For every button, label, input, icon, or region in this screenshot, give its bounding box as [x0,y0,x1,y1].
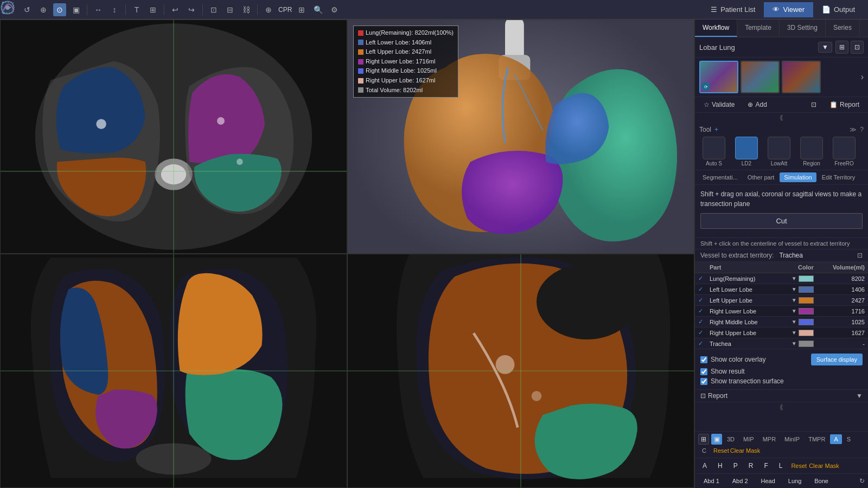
row-check-4[interactable]: ✓ [695,317,706,328]
preset-abd2[interactable]: Abd 2 [727,476,754,486]
window-tool[interactable]: ▣ [69,3,82,16]
sub-tab-simulation[interactable]: Simulation [780,172,816,182]
sub-tab-other-part[interactable]: Other part [743,172,779,182]
view-a-button[interactable]: A [830,434,841,444]
letter-h[interactable]: H [713,460,727,471]
tool-more-icon[interactable]: ≫ [850,126,857,133]
view-minip-button[interactable]: MinIP [781,434,803,444]
tab-workflow[interactable]: Workflow [695,20,737,37]
tool-region[interactable]: Region [797,137,826,166]
row-color-1[interactable]: ▼ [779,284,817,295]
report-button[interactable]: ⊡ Report [700,392,727,400]
grid-icon-active[interactable]: ▣ [711,434,722,445]
clear-mask-button-2[interactable]: Clear Mask [809,463,839,469]
view-search-icon[interactable]: 🔍 [311,3,324,16]
validate-button[interactable]: ☆ Validate [699,99,739,110]
tab-series[interactable]: Series [826,20,860,37]
viewport-coronal[interactable] [0,254,347,488]
pan-tool[interactable]: ⊙ [53,3,66,16]
row-color-4[interactable]: ▼ [779,317,817,328]
view-s-button[interactable]: S [843,434,854,444]
view-3d-button[interactable]: 3D [723,434,738,444]
cut-button[interactable]: Cut [700,213,863,229]
row-check-0[interactable]: ✓ [695,273,706,284]
link-tool[interactable]: ⛓ [240,3,253,16]
annotate-tool[interactable]: ⊞ [146,3,159,16]
show-color-overlay-checkbox[interactable] [700,356,707,363]
row-color-5[interactable]: ▼ [779,328,817,338]
tool-help-icon[interactable]: ? [860,126,864,133]
viewport-axial[interactable] [0,20,347,254]
grid-view-icon[interactable]: ⊞ [835,41,848,54]
output-button[interactable]: 📄 Output [813,2,864,17]
zoom-tool[interactable]: ⊕ [37,3,50,16]
tab-template[interactable]: Template [737,20,780,37]
letter-r[interactable]: R [744,460,758,471]
rotate-preset-icon[interactable]: ↻ [859,477,865,485]
thumbnail-2[interactable] [741,61,780,93]
view-mip-button[interactable]: MIP [739,434,758,444]
letter-a[interactable]: A [698,460,711,471]
screenshot-tool[interactable]: ⊡ [207,3,220,16]
thumbnail-3[interactable] [782,61,821,93]
divider-4 [202,4,203,15]
reset-button[interactable]: Reset [713,447,729,454]
row-check-2[interactable]: ✓ [695,295,706,306]
reset-button-2[interactable]: Reset [791,463,807,469]
undo-button[interactable]: ↩ [169,3,182,16]
vessel-copy-icon[interactable]: ⊡ [857,252,863,259]
add-tool-icon[interactable]: + [714,126,718,133]
row-check-6[interactable]: ✓ [695,338,706,349]
report-dropdown[interactable]: ▼ [856,392,863,400]
sub-tab-edit-territory[interactable]: Edit Territory [818,172,860,182]
letter-f[interactable]: F [760,460,772,471]
view-tmpr-button[interactable]: TMPR [805,434,829,444]
report-action-button[interactable]: 📋 Report [825,99,864,110]
show-transection-checkbox[interactable] [700,378,707,385]
overlay-tool[interactable]: ⊟ [224,3,237,16]
viewer-button[interactable]: 👁 Viewer [764,2,813,17]
sub-tab-segmentation[interactable]: Segmentati... [698,172,742,182]
letter-l[interactable]: L [775,460,787,471]
tool-ld2[interactable]: LD LD2 [732,137,761,166]
settings-icon[interactable]: ⚙ [328,3,341,16]
patient-list-button[interactable]: ☰ Patient List [702,2,764,17]
row-check-1[interactable]: ✓ [695,284,706,295]
preset-abd1[interactable]: Abd 1 [698,476,725,486]
preset-bone[interactable]: Bone [809,476,834,486]
redo-button[interactable]: ↪ [185,3,198,16]
add-button[interactable]: ⊕ Add [743,99,771,110]
tool-lowatt[interactable]: LowAtt [764,137,794,166]
view-mpr-button[interactable]: MPR [759,434,780,444]
copy-button[interactable]: ⊡ [807,99,821,110]
row-color-0[interactable]: ▼ [779,273,817,284]
rotate-tool[interactable]: ↺ [21,3,34,16]
add-cpr-icon[interactable]: ⊞ [295,3,308,16]
show-result-checkbox[interactable] [700,368,707,375]
preset-lung[interactable]: Lung [783,476,807,486]
expand-thumbnails-icon[interactable]: › [861,72,864,82]
viewport-3d[interactable]: Lung(Remaining): 8202ml(100%) Left Lower… [347,20,694,254]
measure-v-tool[interactable]: ↕ [108,3,121,16]
text-tool[interactable]: T [130,3,143,16]
grid-icon-small[interactable]: ⊞ [698,434,709,445]
tool-freero[interactable]: FreeRO [829,137,859,166]
surface-display-button[interactable]: Surface display [811,354,863,365]
preset-dropdown[interactable]: ▼ [818,42,832,53]
row-color-3[interactable]: ▼ [779,306,817,317]
tab-3d-setting[interactable]: 3D Setting [780,20,826,37]
measure-h-tool[interactable]: ↔ [92,3,105,16]
data-table-container[interactable]: Part Color Volume(ml) ✓ Lung(Remaining) … [695,262,868,349]
tool-auto-s[interactable]: AS Auto S [699,137,729,166]
letter-p[interactable]: P [729,460,742,471]
preset-head[interactable]: Head [756,476,781,486]
viewport-sagittal[interactable] [347,254,694,488]
row-color-2[interactable]: ▼ [779,295,817,306]
row-check-3[interactable]: ✓ [695,306,706,317]
view-c-button[interactable]: C [698,446,710,455]
row-check-5[interactable]: ✓ [695,328,706,338]
thumbnail-1[interactable]: ⟳ [699,61,738,93]
row-color-6[interactable]: ▼ [779,338,817,349]
expand-view-icon[interactable]: ⊡ [851,41,864,54]
clear-mask-button[interactable]: Clear Mask [730,447,761,454]
